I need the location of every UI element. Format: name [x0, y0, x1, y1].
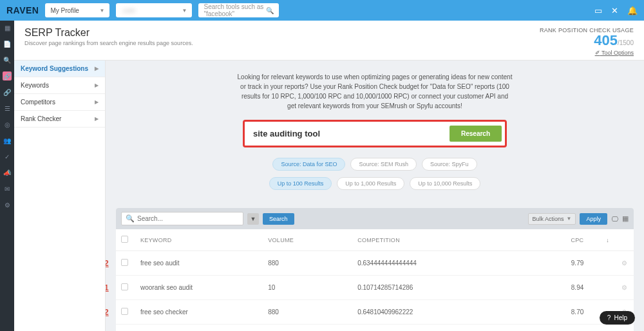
pill-source-spyfu[interactable]: Source: SpyFu: [422, 158, 477, 171]
rail-search-icon[interactable]: 🔍: [3, 55, 12, 64]
results-table: 🔍 ▼ Search Bulk Actions ▼ Apply 🖵: [116, 208, 634, 331]
help-button[interactable]: ? Help: [600, 311, 635, 325]
help-label: Help: [614, 314, 627, 321]
col-cpc[interactable]: CPC: [531, 229, 589, 251]
rail-check-icon[interactable]: ✓: [3, 152, 12, 161]
table-row[interactable]: 2free seo checker8800.648104099622228.70…: [116, 300, 634, 325]
rank-badge: 1: [106, 283, 109, 292]
research-button[interactable]: Research: [450, 126, 502, 142]
col-volume[interactable]: VOLUME: [263, 229, 352, 251]
page-title: SERP Tracker: [24, 27, 193, 39]
research-input[interactable]: [248, 125, 450, 142]
cell-volume: 390: [263, 325, 352, 332]
cell-cpc: 9.79: [531, 251, 589, 276]
columns-icon[interactable]: ▦: [622, 214, 629, 223]
pill-100-results[interactable]: Up to 100 Results: [269, 177, 332, 190]
bulk-actions-select[interactable]: Bulk Actions ▼: [528, 213, 576, 225]
cell-keyword: free seo audit: [135, 251, 263, 276]
page-subtitle: Discover page rankings from search engin…: [24, 40, 193, 46]
sidebar-item-label: Rank Checker: [21, 115, 61, 122]
usage-value: 405: [594, 32, 618, 48]
chevron-down-icon: ▼: [567, 216, 572, 222]
cell-keyword: woorank seo audit: [135, 276, 263, 300]
table-header-row: KEYWORD VOLUME COMPETITION CPC ↓: [116, 229, 634, 251]
profile-select-label: My Profile: [50, 7, 79, 14]
domain-select-label: .com: [121, 7, 135, 14]
intro-text: Looking for relevant keywords to use whe…: [236, 72, 513, 111]
row-gear-icon[interactable]: ⚙: [614, 251, 634, 276]
cell-cpc: 8.94: [531, 276, 589, 300]
chevron-down-icon: ▼: [100, 8, 105, 14]
wrench-icon: ✐: [595, 50, 600, 56]
table-search-input[interactable]: [137, 215, 239, 222]
sidebar-item-keyword-suggestions[interactable]: Keyword Suggestions ▶: [14, 61, 105, 77]
stats-icon[interactable]: ✕: [611, 6, 618, 15]
table-row[interactable]: 1woorank seo audit100.107142857142868.94…: [116, 276, 634, 300]
sidebar-item-label: Competitors: [21, 99, 55, 106]
table-row[interactable]: 2free seo audit8800.6344444444444449.79⚙: [116, 251, 634, 276]
rail-link2-icon[interactable]: 🔗: [3, 88, 12, 97]
table-row[interactable]: 4seo review tools3900.09817030260388.40⚙: [116, 325, 634, 332]
rail-target-icon[interactable]: ◎: [3, 120, 12, 129]
table-search[interactable]: 🔍: [121, 212, 243, 225]
page-content: Looking for relevant keywords to use whe…: [106, 61, 644, 331]
row-checkbox[interactable]: [121, 259, 128, 266]
rail-announce-icon[interactable]: 📣: [3, 168, 12, 177]
cell-competition: 0.634444444444444: [352, 251, 531, 276]
pill-1000-results[interactable]: Up to 1,000 Results: [337, 177, 404, 190]
table-search-button[interactable]: Search: [263, 213, 294, 225]
rail-file-icon[interactable]: 📄: [3, 39, 12, 48]
chevron-down-icon: ▼: [182, 8, 187, 14]
rail-bars-icon[interactable]: ☰: [3, 104, 12, 113]
pill-source-data-for-seo[interactable]: Source: Data for SEO: [272, 158, 345, 171]
cell-cpc: 8.70: [531, 300, 589, 325]
help-icon: ?: [607, 314, 611, 321]
chevron-right-icon: ▶: [95, 82, 99, 88]
rail-dashboard-icon[interactable]: ▦: [3, 23, 12, 32]
col-competition[interactable]: COMPETITION: [352, 229, 531, 251]
pill-source-sem-rush[interactable]: Source: SEM Rush: [350, 158, 417, 171]
sidebar-item-label: Keyword Suggestions: [21, 65, 88, 72]
rail-gear-icon[interactable]: ⚙: [3, 200, 12, 209]
profile-select[interactable]: My Profile ▼: [45, 3, 109, 17]
chevron-right-icon: ▶: [95, 99, 99, 105]
cell-volume: 880: [263, 300, 352, 325]
select-all-checkbox[interactable]: [121, 236, 128, 243]
row-gear-icon[interactable]: ⚙: [614, 276, 634, 300]
row-checkbox[interactable]: [121, 308, 128, 315]
cell-keyword: free seo checker: [135, 300, 263, 325]
result-pills: Up to 100 Results Up to 1,000 Results Up…: [116, 177, 634, 190]
sidebar: Keyword Suggestions ▶ Keywords ▶ Competi…: [14, 61, 106, 331]
col-keyword[interactable]: KEYWORD: [135, 229, 263, 251]
usage-total: /1500: [618, 39, 634, 46]
logo: RAVEN: [6, 5, 39, 15]
research-box: Research: [243, 120, 507, 147]
sidebar-item-label: Keywords: [21, 82, 49, 89]
filter-icon[interactable]: ▼: [247, 213, 259, 225]
row-gear-icon[interactable]: ⚙: [614, 325, 634, 332]
sidebar-item-keywords[interactable]: Keywords ▶: [14, 77, 105, 94]
tool-options-link[interactable]: ✐ Tool Options: [540, 50, 634, 56]
sidebar-item-rank-checker[interactable]: Rank Checker ▶: [14, 111, 105, 128]
bulk-actions-label: Bulk Actions: [533, 216, 564, 222]
search-placeholder: Search tools such as "facebook": [204, 3, 266, 17]
sidebar-item-competitors[interactable]: Competitors ▶: [14, 94, 105, 111]
col-sort[interactable]: ↓: [589, 229, 614, 251]
rail-mail-icon[interactable]: ✉: [3, 184, 12, 193]
top-bar: RAVEN My Profile ▼ .com ▼ Search tools s…: [0, 0, 644, 21]
row-checkbox[interactable]: [121, 283, 128, 290]
global-search[interactable]: Search tools such as "facebook" 🔍: [198, 3, 279, 17]
rail-users-icon[interactable]: 👥: [3, 136, 12, 145]
cell-competition: 0.0981703026038: [352, 325, 531, 332]
usage-label: RANK POSITION CHECK USAGE: [540, 27, 634, 33]
search-icon: 🔍: [126, 214, 135, 223]
chevron-right-icon: ▶: [95, 66, 99, 71]
apply-button[interactable]: Apply: [580, 213, 607, 225]
cell-volume: 880: [263, 251, 352, 276]
display-icon[interactable]: 🖵: [611, 215, 618, 223]
rail-link-icon[interactable]: 🔗: [3, 71, 12, 80]
domain-select[interactable]: .com ▼: [116, 3, 192, 17]
card-icon[interactable]: ▭: [594, 6, 602, 15]
bell-icon[interactable]: 🔔: [627, 6, 638, 15]
pill-10000-results[interactable]: Up to 10,000 Results: [410, 177, 480, 190]
